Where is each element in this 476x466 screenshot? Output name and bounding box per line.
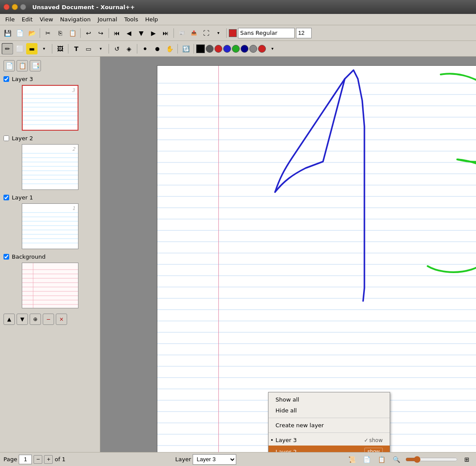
layer3-checkbox[interactable] [3,76,9,82]
color-gray[interactable] [249,45,257,53]
hide-all-item[interactable]: Hide all [269,405,390,416]
page-number-input[interactable] [19,455,32,464]
dropdown2-icon[interactable]: ▾ [38,43,50,54]
shape-tool[interactable]: ▭ [83,43,94,54]
save-icon[interactable]: 💾 [2,27,13,39]
color-picker-button[interactable] [229,29,237,37]
size-small[interactable]: ● [139,43,151,54]
layer3-section: Layer 3 3 [2,75,98,132]
close-button[interactable] [3,4,10,10]
layer-selector[interactable]: Layer 3 Layer 2 Layer 1 Background [193,454,236,465]
color-green[interactable] [232,45,240,53]
color-navy[interactable] [241,45,248,53]
open-icon[interactable]: 📂 [26,27,37,39]
copy-icon[interactable]: ⎘ [54,27,66,39]
dual-page-icon[interactable]: 📋 [376,454,387,465]
font-name-selector[interactable]: Sans Regular [238,28,295,38]
page-inc-button[interactable]: + [44,455,53,464]
page-thumb-layer1[interactable]: 1 [22,203,78,249]
prev-page-icon[interactable]: ◀ [123,27,135,39]
menu-edit[interactable]: Edit [18,15,36,24]
zoom-slider[interactable] [405,456,458,463]
separator1 [40,28,40,38]
insert-end-icon[interactable]: 📰 [176,27,187,39]
menu-journal[interactable]: Journal [94,15,121,24]
menu-help[interactable]: Help [142,15,162,24]
select-tool[interactable]: ↺ [111,43,122,54]
menu-tools[interactable]: Tools [121,15,142,24]
add-layer-button[interactable]: ⊕ [30,314,41,325]
eraser-tool[interactable]: ⬜ [14,43,25,54]
single-page-icon[interactable]: 📄 [361,454,372,465]
canvas-area[interactable]: Show all Hide all Create new layer Layer… [100,57,476,452]
minimize-button[interactable] [12,4,18,10]
scroll-view-icon[interactable]: 📜 [346,454,357,465]
color-black[interactable] [196,44,205,53]
zoom-fit-icon[interactable]: ⊞ [461,454,473,465]
color-red[interactable] [214,45,222,53]
refresh-tool[interactable]: 🔃 [180,43,191,54]
show-all-item[interactable]: Show all [269,394,390,405]
zoom-out-icon[interactable]: 🔍 [391,454,402,465]
main-area: 📄 📋 📑 Layer 3 3 [0,57,476,452]
color-blue[interactable] [223,45,231,53]
page-icon3[interactable]: 📑 [30,60,41,71]
redo-icon[interactable]: ↪ [95,27,106,39]
undo-icon[interactable]: ↩ [83,27,94,39]
separator6 [52,44,52,54]
background-checkbox[interactable] [3,254,9,260]
cut-icon[interactable]: ✂ [42,27,54,39]
remove-layer-button[interactable]: − [43,314,54,325]
page-thumb-bg[interactable] [22,263,78,308]
layer3-label: Layer 3 [2,75,35,83]
move-down-button[interactable]: ▼ [17,314,28,325]
export-icon[interactable]: 📤 [188,27,200,39]
page-total: 1 [62,456,65,463]
down-icon[interactable]: ▼ [136,27,147,39]
more-colors-icon[interactable]: ▾ [267,43,278,54]
create-new-layer-item[interactable]: Create new layer [269,420,390,431]
menu-view[interactable]: View [36,15,57,24]
menu-file[interactable]: File [2,15,18,24]
thumb-bg [22,263,78,308]
page-icon2[interactable]: 📋 [17,60,28,71]
text-tool[interactable]: T [71,43,82,54]
move-up-button[interactable]: ▲ [3,314,15,325]
separator3 [109,28,109,38]
stamp-tool[interactable]: ◈ [123,43,135,54]
hand-tool[interactable]: ✋ [164,43,175,54]
highlighter-tool[interactable]: ▬ [26,43,37,54]
ctx-layer2-show-button[interactable]: show [364,448,383,452]
layer2-checkbox[interactable] [3,135,9,141]
size-medium[interactable]: ● [152,43,163,54]
last-page-icon[interactable]: ⏭ [160,27,171,39]
thumb-drawing-2 [22,145,78,189]
paste-icon[interactable]: 📋 [67,27,78,39]
color-darkgray[interactable] [206,45,214,53]
page-icon1[interactable]: 📄 [3,60,15,71]
dropdown-icon[interactable]: ▾ [213,27,224,39]
page-thumb-layer3[interactable]: 3 [22,85,78,131]
maximize-button[interactable] [20,4,26,10]
sidebar: 📄 📋 📑 Layer 3 3 [0,57,100,452]
new-icon[interactable]: 📄 [14,27,25,39]
layer1-section: Layer 1 1 [2,193,98,251]
first-page-icon[interactable]: ⏮ [111,27,122,39]
fullscreen-icon[interactable]: ⛶ [201,27,212,39]
next-page-icon[interactable]: ▶ [148,27,159,39]
font-size-input[interactable] [296,28,312,38]
page-thumb-layer2[interactable]: 2 [22,144,78,190]
separator5 [226,28,227,38]
ctx-layer2-show: show [364,448,383,452]
pen-tool[interactable]: ✏️ [2,43,13,54]
ctx-layer3-item[interactable]: Layer 3 ✓ show [269,435,390,446]
dropdown3-icon[interactable]: ▾ [95,43,106,54]
menu-navigation[interactable]: Navigation [57,15,94,24]
page-dec-button[interactable]: − [34,455,42,464]
layer1-checkbox[interactable] [3,195,9,200]
image-tool[interactable]: 🖼 [54,43,66,54]
close-sidebar-button[interactable]: × [56,314,67,325]
ctx-layer2-item[interactable]: Layer 2 show [269,446,390,452]
layer3-name: Layer 3 [12,76,33,82]
color-red2[interactable] [258,45,266,53]
